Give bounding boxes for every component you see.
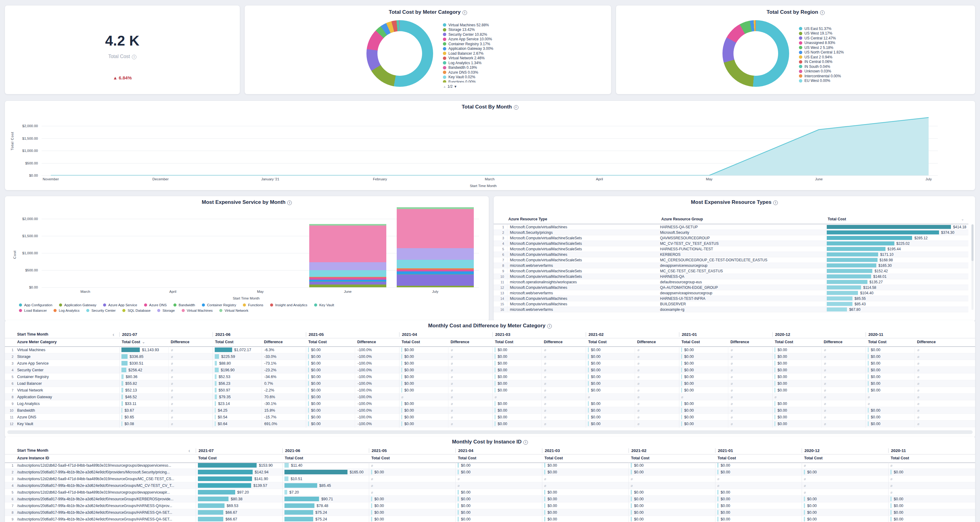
cost-col-header[interactable]: Total Cost — [458, 456, 476, 460]
legend-item[interactable]: Bandwidth — [173, 303, 195, 308]
diff-col-header[interactable]: Difference — [544, 340, 563, 344]
sort-chevron-icon[interactable]: ⌄ — [142, 340, 145, 344]
info-icon[interactable] — [463, 10, 467, 15]
legend-item[interactable]: Storage — [157, 308, 175, 313]
col-header-cost[interactable]: Total Cost — [828, 217, 846, 221]
legend-item[interactable]: Insight and Analytics — [270, 303, 307, 308]
month-header[interactable]: 2021-02 — [628, 448, 647, 453]
info-icon[interactable] — [820, 10, 825, 15]
legend-item[interactable]: Security Center — [86, 308, 116, 313]
cost-col-header[interactable]: Total Cost — [718, 456, 736, 460]
legend-item[interactable]: Load Balancer 2.67% — [443, 51, 493, 56]
vertical-scrollbar[interactable] — [971, 224, 974, 310]
col-header-group[interactable]: Azure Resource Group — [661, 217, 703, 221]
col-header-type[interactable]: Azure Resource Type — [508, 217, 547, 221]
cost-col-header[interactable]: Total Cost — [588, 340, 606, 344]
bar-segment-container-registry[interactable] — [309, 280, 386, 281]
bar-segment-azure-app-service[interactable] — [309, 281, 386, 284]
legend-item[interactable]: US West 2 5.18% — [799, 45, 844, 50]
legend-item[interactable]: IN South 0.04% — [799, 64, 844, 69]
legend-item[interactable]: Container Registry — [202, 303, 236, 308]
legend-item[interactable]: Key Vault 0.02% — [443, 75, 493, 80]
cost-col-header[interactable]: Total Cost — [775, 340, 793, 344]
legend-item[interactable]: Functions — [243, 303, 263, 308]
legend-item[interactable]: US East 51.37% — [799, 26, 844, 31]
stacked-bar-chart[interactable] — [41, 196, 479, 287]
legend-item[interactable]: Virtual Network 2.46% — [443, 56, 493, 61]
legend-item[interactable]: Unassigned 8.93% — [799, 41, 844, 46]
month-header[interactable]: 2021-07 — [196, 448, 214, 453]
month-header[interactable]: 2021-07 — [119, 332, 137, 337]
month-header[interactable]: 2021-03 — [492, 332, 511, 337]
cost-col-header[interactable]: Total Cost — [868, 340, 886, 344]
diff-col-header[interactable]: Difference — [824, 340, 842, 344]
month-scroll-left-icon[interactable]: ‹ — [113, 333, 115, 337]
legend-item[interactable]: Key Vault — [314, 303, 334, 308]
bar-segment-virtual-network[interactable] — [309, 224, 386, 226]
legend-item[interactable]: Functions 0.00% — [443, 79, 493, 83]
legend-item[interactable]: Virtual Machines — [182, 308, 213, 313]
legend-item[interactable]: Storage 13.42% — [443, 27, 493, 32]
bar-segment-storage[interactable] — [309, 262, 386, 270]
legend-item[interactable]: Azure DNS 0.03% — [443, 70, 493, 75]
month-header[interactable]: 2021-05 — [369, 448, 387, 453]
cost-col-header[interactable]: Total Cost — [215, 340, 233, 344]
month-header[interactable]: 2021-04 — [455, 448, 474, 453]
legend-item[interactable]: Bandwidth 0.19% — [443, 65, 493, 70]
diff-col-header[interactable]: Difference — [171, 340, 189, 344]
bar-segment-virtual-network[interactable] — [397, 207, 474, 209]
bar-segment-virtual-machines[interactable] — [397, 209, 474, 248]
cost-col-header[interactable]: Total Cost — [631, 456, 649, 460]
col-header-instance[interactable]: Azure Instance ID — [17, 456, 49, 460]
legend-item[interactable]: Log Analytics 1.34% — [443, 60, 493, 65]
column-menu-chevron-icon[interactable]: ⌄ — [961, 217, 964, 221]
diff-col-header[interactable]: Difference — [730, 340, 749, 344]
legend-item[interactable]: Azure App Service 10.00% — [443, 37, 493, 42]
cost-col-header[interactable]: Total Cost⌄ — [122, 340, 145, 344]
diff-col-header[interactable]: Difference — [917, 340, 935, 344]
legend-item[interactable]: Virtual Machines 52.88% — [443, 22, 493, 27]
legend-item[interactable]: Intercontinental 0.00% — [799, 74, 844, 79]
cost-col-header[interactable]: Total Cost — [308, 340, 327, 344]
legend-item[interactable]: SQL Database — [123, 308, 151, 313]
month-header[interactable]: 2020-12 — [772, 332, 791, 337]
bar-segment-load-balancer[interactable] — [397, 270, 474, 271]
month-scroll-left-icon[interactable]: ‹ — [188, 449, 190, 453]
legend-item[interactable]: US Central 12.47% — [799, 36, 844, 41]
cost-col-header[interactable]: Total Cost — [544, 456, 563, 460]
month-header[interactable]: 2021-01 — [679, 332, 697, 337]
cost-col-header[interactable]: Total Cost — [495, 340, 513, 344]
cost-col-header[interactable]: Total Cost — [371, 456, 390, 460]
info-icon[interactable] — [132, 55, 137, 59]
legend-item[interactable]: IN Central 0.06% — [799, 60, 844, 65]
bar-segment-application-gateway[interactable] — [309, 284, 386, 287]
legend-item[interactable]: Unknown 0.03% — [799, 69, 844, 74]
legend-item[interactable]: Virtual Network — [219, 308, 248, 313]
diff-col-header[interactable]: Difference — [637, 340, 656, 344]
bar-segment-container-registry[interactable] — [397, 271, 474, 274]
col-header-category[interactable]: Azure Meter Category — [17, 340, 57, 344]
cost-col-header[interactable]: Total Cost — [198, 456, 216, 460]
month-header[interactable]: 2020-11 — [888, 448, 906, 453]
legend-item[interactable]: Log Analytics — [54, 308, 80, 313]
pager-down-icon[interactable]: ▼ — [454, 85, 457, 88]
month-header[interactable]: 2021-05 — [306, 332, 324, 337]
month-header[interactable]: 2020-11 — [865, 332, 883, 337]
diff-col-header[interactable]: Difference — [357, 340, 376, 344]
meter-category-donut[interactable] — [366, 20, 433, 87]
pager-up-icon[interactable]: ▲ — [443, 85, 446, 88]
bar-segment-storage[interactable] — [397, 248, 474, 260]
legend-item[interactable]: EU West 0.00% — [799, 79, 844, 83]
bar-segment-log-analytics[interactable] — [397, 268, 474, 270]
cost-col-header[interactable]: Total Cost — [285, 456, 303, 460]
bar-segment-application-gateway[interactable] — [397, 286, 474, 287]
month-header[interactable]: 2020-12 — [802, 448, 820, 453]
legend-item[interactable]: Azure App Service — [103, 303, 137, 308]
month-header[interactable]: 2021-02 — [586, 332, 604, 337]
legend-item[interactable]: App Configuration — [19, 303, 52, 308]
area-chart[interactable] — [41, 101, 938, 175]
legend-item[interactable]: US East 2 0.94% — [799, 55, 844, 60]
cost-col-header[interactable]: Total Cost — [681, 340, 700, 344]
legend-item[interactable]: US West 19.17% — [799, 31, 844, 36]
month-header[interactable]: 2021-06 — [213, 332, 231, 337]
